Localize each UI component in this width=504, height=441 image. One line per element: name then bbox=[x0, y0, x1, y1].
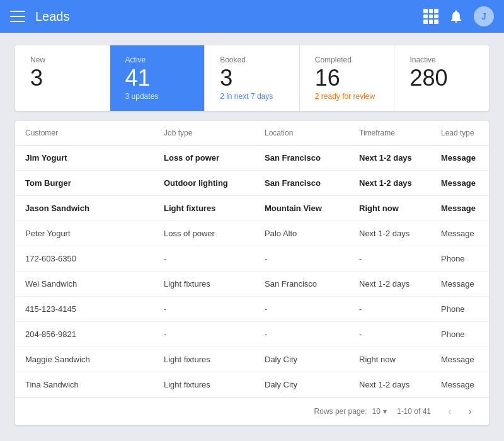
cell-customer: Tina Sandwich bbox=[25, 380, 164, 389]
cell-timeframe: Next 1-2 days bbox=[359, 279, 441, 289]
cell-timeframe: Next 1-2 days bbox=[359, 380, 441, 389]
cell-job-type: Loss of power bbox=[164, 153, 265, 163]
col-location: Location bbox=[265, 129, 359, 137]
cell-job-type: - bbox=[164, 304, 265, 314]
main-content: New 3 Active 41 3 updates Booked 3 2 in … bbox=[0, 33, 504, 438]
cell-location: - bbox=[265, 304, 359, 314]
page-title: Leads bbox=[35, 9, 423, 24]
table-row[interactable]: Tina Sandwich Light fixtures Daly City N… bbox=[15, 372, 489, 397]
table-row[interactable]: Tom Burger Outdoor lighting San Francisc… bbox=[15, 171, 489, 196]
cell-job-type: Light fixtures bbox=[164, 355, 265, 364]
table-header: Customer Job type Location Timeframe Lea… bbox=[15, 121, 489, 146]
cell-lead-type: Message bbox=[441, 178, 489, 188]
prev-page-button[interactable]: ‹ bbox=[441, 403, 459, 420]
cell-lead-type: Message bbox=[441, 355, 489, 364]
cell-timeframe: - bbox=[359, 329, 441, 339]
table-row[interactable]: Jim Yogurt Loss of power San Francisco N… bbox=[15, 146, 489, 171]
notification-icon[interactable] bbox=[449, 9, 464, 24]
cell-timeframe: Right now bbox=[359, 355, 441, 364]
cell-job-type: Light fixtures bbox=[164, 279, 265, 289]
cell-customer: Maggie Sandwich bbox=[25, 355, 164, 364]
table-row[interactable]: Wei Sandwich Light fixtures San Francisc… bbox=[15, 272, 489, 297]
col-lead-type: Lead type bbox=[441, 129, 489, 137]
stat-active[interactable]: Active 41 3 updates bbox=[110, 45, 205, 111]
cell-job-type: - bbox=[164, 254, 265, 263]
cell-job-type: Loss of power bbox=[164, 229, 265, 238]
cell-lead-type: Message bbox=[441, 153, 489, 163]
cell-job-type: Outdoor lighting bbox=[164, 178, 265, 188]
cell-customer: Jason Sandwich bbox=[25, 203, 164, 213]
table-row[interactable]: 415-123-4145 - - - Phone Oct 18 bbox=[15, 297, 489, 322]
cell-location: San Francisco bbox=[265, 279, 359, 289]
cell-lead-type: Phone bbox=[441, 304, 489, 314]
cell-customer: 415-123-4145 bbox=[25, 304, 164, 314]
cell-lead-type: Message bbox=[441, 229, 489, 238]
cell-customer: Tom Burger bbox=[25, 178, 164, 188]
cell-customer: Wei Sandwich bbox=[25, 279, 164, 289]
col-job-type: Job type bbox=[164, 129, 265, 137]
table-row[interactable]: Maggie Sandwich Light fixtures Daly City… bbox=[15, 347, 489, 372]
menu-icon[interactable] bbox=[10, 9, 25, 24]
cell-customer: Peter Yogurt bbox=[25, 229, 164, 238]
cell-customer: 172-603-6350 bbox=[25, 254, 164, 263]
leads-table: Customer Job type Location Timeframe Lea… bbox=[15, 121, 489, 425]
stat-booked[interactable]: Booked 3 2 in next 7 days bbox=[205, 45, 300, 111]
avatar[interactable]: J bbox=[474, 6, 494, 26]
stat-completed[interactable]: Completed 16 2 ready for review bbox=[300, 45, 395, 111]
page-info: 1-10 of 41 bbox=[397, 407, 431, 416]
cell-timeframe: - bbox=[359, 254, 441, 263]
next-page-button[interactable]: › bbox=[461, 403, 479, 420]
cell-timeframe: - bbox=[359, 304, 441, 314]
cell-lead-type: Phone bbox=[441, 254, 489, 263]
pagination: Rows per page: 10 ▾ 1-10 of 41 ‹ › bbox=[15, 397, 489, 425]
cell-location: Daly City bbox=[265, 355, 359, 364]
table-row[interactable]: 172-603-6350 - - - Phone Oct 18 bbox=[15, 246, 489, 272]
cell-timeframe: Next 1-2 days bbox=[359, 229, 441, 238]
table-row[interactable]: Jason Sandwich Light fixtures Mountain V… bbox=[15, 196, 489, 221]
cell-lead-type: Message bbox=[441, 203, 489, 213]
header-icons: J bbox=[423, 6, 494, 26]
cell-timeframe: Right now bbox=[359, 203, 441, 213]
cell-timeframe: Next 1-2 days bbox=[359, 153, 441, 163]
col-customer: Customer bbox=[25, 129, 164, 137]
stat-inactive[interactable]: Inactive 280 bbox=[394, 45, 489, 111]
cell-lead-type: Message bbox=[441, 380, 489, 389]
cell-customer: Jim Yogurt bbox=[25, 153, 164, 163]
grid-icon[interactable] bbox=[423, 9, 438, 24]
cell-location: - bbox=[265, 329, 359, 339]
cell-location: Daly City bbox=[265, 380, 359, 389]
rows-per-page: Rows per page: 10 ▾ bbox=[314, 407, 387, 416]
cell-location: - bbox=[265, 254, 359, 263]
cell-lead-type: Phone bbox=[441, 329, 489, 339]
cell-location: Mountain View bbox=[265, 203, 359, 213]
cell-job-type: Light fixtures bbox=[164, 380, 265, 389]
rows-per-page-chevron[interactable]: ▾ bbox=[383, 407, 387, 416]
cell-location: San Francisco bbox=[265, 153, 359, 163]
cell-customer: 204-856-9821 bbox=[25, 329, 164, 339]
cell-timeframe: Next 1-2 days bbox=[359, 178, 441, 188]
cell-job-type: - bbox=[164, 329, 265, 339]
table-row[interactable]: Peter Yogurt Loss of power Palo Alto Nex… bbox=[15, 221, 489, 246]
stats-card: New 3 Active 41 3 updates Booked 3 2 in … bbox=[15, 45, 489, 111]
col-timeframe: Timeframe bbox=[359, 129, 441, 137]
stat-new[interactable]: New 3 bbox=[15, 45, 110, 111]
table-row[interactable]: 204-856-9821 - - - Phone Oct 17 bbox=[15, 322, 489, 347]
cell-location: Palo Alto bbox=[265, 229, 359, 238]
app-header: Leads J bbox=[0, 0, 504, 33]
cell-job-type: Light fixtures bbox=[164, 203, 265, 213]
table-body: Jim Yogurt Loss of power San Francisco N… bbox=[15, 146, 489, 397]
cell-location: San Francisco bbox=[265, 178, 359, 188]
page-navigation: ‹ › bbox=[441, 403, 479, 420]
cell-lead-type: Message bbox=[441, 279, 489, 289]
